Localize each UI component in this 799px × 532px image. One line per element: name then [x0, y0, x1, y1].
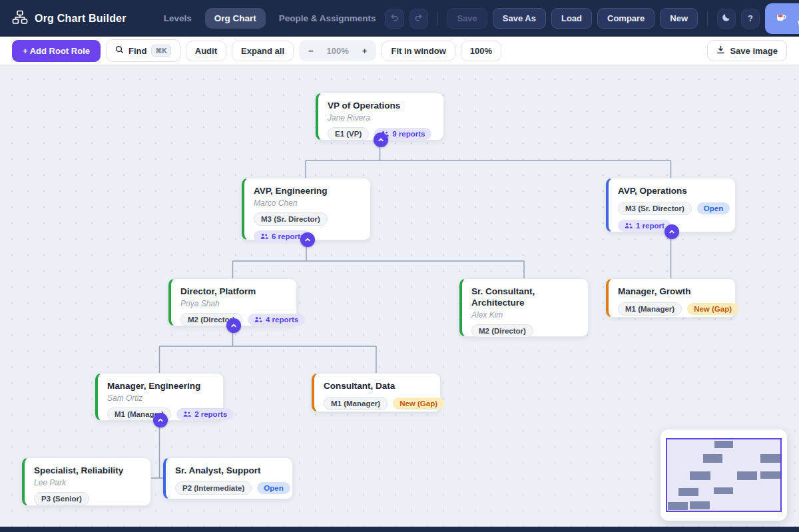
role-title: Consultant, Data: [324, 381, 431, 392]
load-button[interactable]: Load: [551, 8, 592, 29]
new-button[interactable]: New: [660, 8, 698, 29]
save-image-label: Save image: [730, 46, 778, 56]
org-node-director-platform[interactable]: Director, PlatformPriya ShahM2 (Director…: [168, 278, 297, 326]
tab-org-chart[interactable]: Org Chart: [205, 8, 266, 29]
brand: Org Chart Builder: [12, 10, 127, 27]
reports-badge: 4 reports: [248, 314, 305, 326]
tips-welcome-button[interactable]: Tips Welcome: [765, 3, 799, 34]
fit-in-window-button[interactable]: Fit in window: [382, 41, 455, 61]
tab-levels[interactable]: Levels: [154, 8, 201, 29]
open-badge: Open: [697, 202, 730, 214]
org-connector: [160, 326, 377, 373]
level-badge: M2 (Director): [471, 324, 533, 338]
people-icon: [625, 222, 633, 229]
org-node-sr-analyst-support[interactable]: Sr. Analyst, SupportP2 (Intermediate)Ope…: [163, 457, 293, 499]
reports-badge: 2 reports: [176, 408, 234, 420]
minimap[interactable]: [661, 429, 787, 521]
role-title: VP of Operations: [328, 101, 434, 112]
redo-icon: [413, 13, 423, 25]
find-shortcut: ⌘K: [151, 45, 170, 57]
zoom-in-button[interactable]: +: [356, 43, 374, 59]
org-node-manager-growth[interactable]: Manager, GrowthM1 (Manager)New (Gap): [606, 278, 736, 318]
org-node-sr-consultant-architecture[interactable]: Sr. Consultant, ArchitectureAlex KimM2 (…: [459, 278, 589, 337]
org-connector: [233, 240, 525, 278]
undo-button[interactable]: [385, 9, 403, 29]
minimap-node: [737, 471, 757, 480]
chevron-up-icon: [157, 417, 164, 423]
collapse-button[interactable]: [300, 232, 315, 247]
minimap-node: [760, 471, 780, 479]
zoom-out-button[interactable]: −: [302, 43, 320, 59]
minimap-node: [760, 454, 780, 463]
level-badge: M1 (Manager): [324, 397, 388, 410]
badge-row: M1 (Manager)New (Gap): [618, 302, 726, 316]
dark-mode-toggle[interactable]: [717, 9, 736, 29]
people-icon: [183, 411, 191, 417]
org-node-consultant-data[interactable]: Consultant, DataM1 (Manager)New (Gap): [312, 373, 441, 412]
collapse-button[interactable]: [374, 133, 388, 147]
help-button[interactable]: ?: [741, 9, 760, 29]
role-title: Director, Platform: [180, 286, 287, 298]
level-badge: M3 (Sr. Director): [618, 202, 692, 215]
divider: [707, 11, 708, 26]
expand-all-button[interactable]: Expand all: [232, 41, 294, 61]
chevron-up-icon: [304, 236, 311, 243]
minimap-node: [714, 487, 734, 495]
badge-row: M1 (Manager)New (Gap): [324, 397, 431, 410]
person-name: Sam Ortiz: [107, 394, 214, 403]
tab-people-assignments[interactable]: People & Assignments: [270, 8, 386, 29]
save-image-button[interactable]: Save image: [707, 40, 787, 61]
role-title: AVP, Operations: [618, 186, 726, 197]
person-name: Jane Rivera: [328, 113, 434, 123]
org-chart-logo-icon: [12, 10, 28, 27]
minimap-node: [714, 441, 734, 448]
org-connector: [306, 140, 671, 178]
level-badge: M3 (Sr. Director): [254, 212, 328, 226]
navbar-actions: Save Save As Load Compare New ? Tips Wel…: [385, 3, 799, 34]
find-label: Find: [129, 46, 146, 56]
org-node-specialist-reliability[interactable]: Specialist, ReliabilityLee ParkP3 (Senio…: [22, 457, 151, 506]
collapse-button[interactable]: [226, 318, 241, 333]
badge-row: M3 (Sr. Director): [254, 212, 361, 226]
level-badge: P3 (Senior): [34, 492, 89, 505]
add-root-role-button[interactable]: + Add Root Role: [12, 40, 101, 62]
save-button[interactable]: Save: [447, 8, 487, 29]
gap-badge: New (Gap): [393, 398, 444, 409]
app-title: Org Chart Builder: [35, 13, 127, 25]
redo-button[interactable]: [409, 9, 428, 29]
zoom-level: 100%: [320, 43, 356, 59]
collapse-button[interactable]: [153, 413, 168, 427]
org-connector: [151, 421, 163, 478]
org-canvas[interactable]: VP of OperationsJane RiveraE1 (VP)9 repo…: [0, 65, 799, 527]
org-node-vp-operations[interactable]: VP of OperationsJane RiveraE1 (VP)9 repo…: [316, 93, 444, 140]
org-node-avp-operations[interactable]: AVP, OperationsM3 (Sr. Director)Open1 re…: [606, 178, 736, 232]
minimap-viewport[interactable]: [666, 438, 782, 512]
minimap-node: [703, 454, 722, 463]
org-node-manager-engineering[interactable]: Manager, EngineeringSam OrtizM1 (Manager…: [95, 373, 224, 421]
gap-badge: New (Gap): [687, 303, 738, 315]
moon-icon: [722, 13, 731, 24]
person-name: Alex Kim: [471, 310, 579, 320]
role-title: Sr. Consultant, Architecture: [471, 286, 579, 309]
chevron-up-icon: [230, 322, 237, 329]
open-badge: Open: [257, 482, 290, 494]
tips-welcome-label: Tips Welcome: [792, 9, 799, 29]
compare-button[interactable]: Compare: [597, 8, 655, 29]
zoom-reset-button[interactable]: 100%: [461, 41, 501, 61]
audit-button[interactable]: Audit: [186, 41, 226, 61]
search-icon: [115, 45, 124, 56]
role-title: Specialist, Reliability: [34, 465, 141, 477]
collapse-button[interactable]: [665, 224, 679, 239]
level-badge: P2 (Intermediate): [175, 481, 252, 495]
badge-row: P3 (Senior): [34, 492, 141, 505]
undo-icon: [390, 13, 400, 25]
coffee-cup-icon: [776, 13, 787, 25]
chevron-up-icon: [378, 136, 384, 143]
find-button[interactable]: Find ⌘K: [106, 39, 180, 62]
level-badge: E1 (VP): [328, 127, 369, 140]
person-name: Lee Park: [34, 478, 141, 487]
role-title: AVP, Engineering: [254, 186, 361, 197]
org-node-avp-engineering[interactable]: AVP, EngineeringMarco ChenM3 (Sr. Direct…: [242, 178, 371, 240]
zoom-control: − 100% +: [299, 40, 376, 61]
save-as-button[interactable]: Save As: [493, 8, 546, 29]
